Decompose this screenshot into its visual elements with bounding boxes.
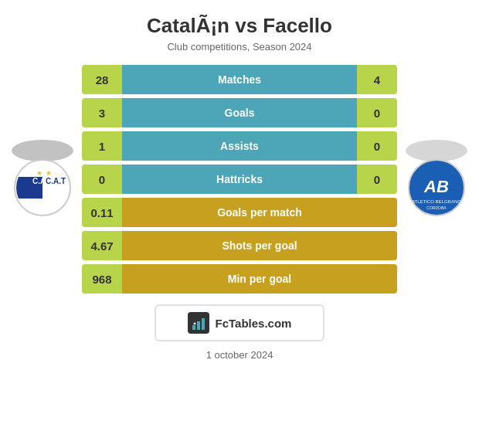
match-title: CatalÃ¡n vs Facello	[147, 14, 332, 38]
stat-row-goals-per-match: 0.11 Goals per match	[82, 198, 397, 227]
stat-right-matches: 4	[357, 65, 397, 94]
stat-right-assists: 0	[357, 131, 397, 161]
main-content: C.A.T C.A.T ★ ★ 28 Matches 4 3 Goals 0 1…	[0, 57, 479, 294]
svg-rect-15	[192, 325, 195, 330]
stats-panel: 28 Matches 4 3 Goals 0 1 Assists 0 0 Hat…	[82, 65, 397, 294]
stat-left-goals: 3	[82, 98, 122, 127]
stat-row-shots-per-goal: 4.67 Shots per goal	[82, 231, 397, 260]
stat-label-goals-per-match: Goals per match	[122, 198, 397, 227]
stat-label-min-per-goal: Min per goal	[122, 264, 397, 294]
stat-left-shots-per-goal: 4.67	[82, 231, 122, 260]
logo-left-container: C.A.T C.A.T ★ ★	[8, 135, 77, 223]
logo-right-container: AB ATLETICO BELGRANO CORDOBA	[402, 135, 471, 223]
svg-text:C.A.T: C.A.T	[46, 177, 66, 185]
svg-point-9	[406, 140, 467, 161]
fctables-text: FcTables.com	[216, 317, 292, 330]
match-subtitle: Club competitions, Season 2024	[147, 41, 332, 53]
svg-text:ATLETICO BELGRANO: ATLETICO BELGRANO	[412, 199, 461, 204]
stat-row-matches: 28 Matches 4	[82, 65, 397, 94]
stat-left-matches: 28	[82, 65, 122, 94]
svg-text:★: ★	[46, 169, 52, 177]
stat-right-hattricks: 0	[357, 165, 397, 194]
svg-text:★: ★	[36, 169, 42, 177]
stat-right-goals: 0	[357, 98, 397, 127]
fctables-banner[interactable]: FcTables.com	[155, 304, 324, 341]
stat-label-assists: Assists	[122, 131, 357, 161]
stat-left-hattricks: 0	[82, 165, 122, 194]
svg-text:AB: AB	[423, 177, 449, 196]
cat-logo: C.A.T C.A.T ★ ★	[8, 135, 76, 223]
stat-label-hattricks: Hattricks	[122, 165, 357, 194]
page-header: CatalÃ¡n vs Facello Club competitions, S…	[139, 0, 340, 57]
stat-label-matches: Matches	[122, 65, 357, 94]
fctables-icon	[188, 312, 209, 334]
stat-left-assists: 1	[82, 131, 122, 161]
svg-text:CORDOBA: CORDOBA	[426, 205, 447, 210]
belgrano-logo: AB ATLETICO BELGRANO CORDOBA	[403, 135, 471, 223]
stat-left-goals-per-match: 0.11	[82, 198, 122, 227]
footer-date: 1 october 2024	[206, 349, 273, 361]
stat-row-min-per-goal: 968 Min per goal	[82, 264, 397, 294]
stat-label-shots-per-goal: Shots per goal	[122, 231, 397, 260]
stat-left-min-per-goal: 968	[82, 264, 122, 294]
stat-row-assists: 1 Assists 0	[82, 131, 397, 161]
stat-row-goals: 3 Goals 0	[82, 98, 397, 127]
svg-point-0	[12, 140, 73, 161]
svg-rect-17	[202, 318, 205, 330]
stat-label-goals: Goals	[122, 98, 357, 127]
stat-row-hattricks: 0 Hattricks 0	[82, 165, 397, 194]
svg-rect-16	[197, 321, 200, 330]
